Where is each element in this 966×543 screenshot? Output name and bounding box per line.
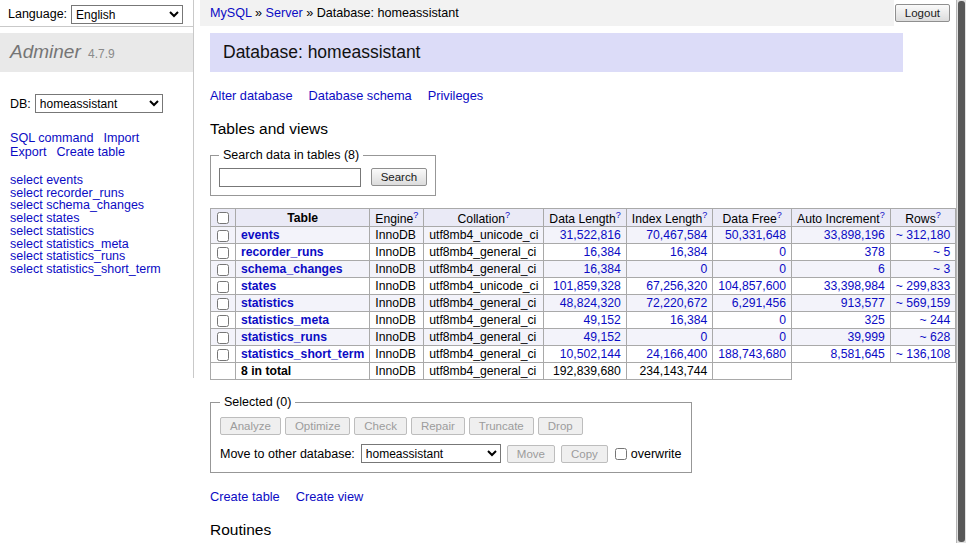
search-button[interactable]: Search (371, 168, 427, 186)
drop-button[interactable]: Drop (538, 417, 583, 435)
index-length-cell-link[interactable]: 67,256,320 (646, 279, 707, 293)
rows-cell-link[interactable]: ~ 136,108 (896, 347, 951, 361)
optimize-button[interactable]: Optimize (285, 417, 350, 435)
sidebar-link-create-table[interactable]: Create table (56, 145, 125, 159)
move-db-select[interactable]: homeassistant (361, 444, 501, 463)
table-link-recorder-runs[interactable]: recorder_runs (241, 245, 324, 259)
index-length-cell-link[interactable]: 0 (701, 330, 708, 344)
rows-cell-link[interactable]: ~ 628 (919, 330, 950, 344)
auto-increment-cell-link[interactable]: 33,898,196 (824, 228, 885, 242)
auto-increment-cell-link[interactable]: 378 (864, 245, 884, 259)
sidebar-link-sql-command[interactable]: SQL command (10, 131, 94, 145)
data-free-cell-link[interactable]: 50,331,648 (725, 228, 786, 242)
index-length-cell-link[interactable]: 72,220,672 (646, 296, 707, 310)
logout-button[interactable]: Logout (895, 4, 950, 22)
table-link-statistics-short-term[interactable]: statistics_short_term (241, 347, 364, 361)
index-length-cell-link[interactable]: 16,384 (670, 313, 707, 327)
rows-cell-link[interactable]: ~ 312,180 (896, 228, 951, 242)
index-length-cell-link[interactable]: 70,467,584 (646, 228, 707, 242)
column-help-link[interactable]: ? (413, 210, 418, 220)
row-checkbox[interactable] (217, 264, 229, 276)
auto-increment-cell-link[interactable]: 8,581,645 (831, 347, 885, 361)
row-checkbox[interactable] (217, 230, 229, 242)
overwrite-checkbox[interactable] (615, 448, 627, 460)
table-link-events[interactable]: events (241, 228, 280, 242)
data-length-cell-link[interactable]: 49,152 (584, 330, 621, 344)
db-select[interactable]: homeassistant (35, 94, 163, 113)
row-checkbox[interactable] (217, 315, 229, 327)
row-checkbox[interactable] (217, 332, 229, 344)
repair-button[interactable]: Repair (411, 417, 465, 435)
column-help-link[interactable]: ? (936, 210, 941, 220)
action-link-alter-database[interactable]: Alter database (210, 88, 293, 103)
data-length-cell-link[interactable]: 16,384 (584, 262, 621, 276)
scrollbar-thumb[interactable] (958, 1, 965, 542)
row-checkbox[interactable] (217, 281, 229, 293)
data-length-cell-link[interactable]: 10,502,144 (560, 347, 621, 361)
column-help-link[interactable]: ? (505, 210, 510, 220)
auto-increment-cell-link[interactable]: 325 (864, 313, 884, 327)
table-link-statistics-runs[interactable]: statistics_runs (241, 330, 327, 344)
data-free-cell-link[interactable]: 0 (779, 313, 786, 327)
data-free-cell-link[interactable]: 6,291,456 (732, 296, 786, 310)
bottom-link-create-view[interactable]: Create view (296, 489, 364, 504)
copy-button[interactable]: Copy (561, 445, 608, 463)
move-button[interactable]: Move (507, 445, 555, 463)
search-input[interactable] (219, 168, 361, 187)
index-length-cell-link[interactable]: 24,166,400 (646, 347, 707, 361)
data-length-cell-link[interactable]: 101,859,328 (553, 279, 621, 293)
rows-cell-link[interactable]: ~ 5 (933, 245, 950, 259)
check-button[interactable]: Check (354, 417, 407, 435)
column-help-link[interactable]: ? (702, 210, 707, 220)
data-length-cell-link[interactable]: 16,384 (584, 245, 621, 259)
collation-cell: utf8mb4_general_ci (424, 261, 544, 278)
auto-increment-cell-link[interactable]: 33,398,984 (824, 279, 885, 293)
rows-cell-link[interactable]: ~ 3 (933, 262, 950, 276)
select-all-checkbox[interactable] (217, 212, 229, 224)
db-selector-row: DB:homeassistant (0, 72, 193, 113)
data-free-cell-link[interactable]: 0 (779, 330, 786, 344)
auto-increment-cell-link[interactable]: 6 (878, 262, 885, 276)
bottom-link-create-table[interactable]: Create table (210, 489, 280, 504)
table-link-schema-changes[interactable]: schema_changes (241, 262, 343, 276)
auto-increment-cell-link[interactable]: 913,577 (841, 296, 885, 310)
breadcrumb-link-mysql[interactable]: MySQL (210, 6, 252, 20)
column-help-link[interactable]: ? (777, 210, 782, 220)
data-length-cell-link[interactable]: 48,824,320 (560, 296, 621, 310)
data-length-cell-link[interactable]: 31,522,816 (560, 228, 621, 242)
data-free-cell-link[interactable]: 104,857,600 (718, 279, 786, 293)
rows-cell-link[interactable]: ~ 299,833 (896, 279, 951, 293)
sidebar-select-statistics-short-term[interactable]: select statistics_short_term (10, 262, 161, 276)
index-length-cell-link[interactable]: 16,384 (670, 245, 707, 259)
truncate-button[interactable]: Truncate (469, 417, 534, 435)
analyze-button[interactable]: Analyze (220, 417, 281, 435)
row-checkbox[interactable] (217, 349, 229, 361)
rows-cell-link[interactable]: ~ 244 (919, 313, 950, 327)
row-checkbox[interactable] (217, 247, 229, 259)
column-help-link[interactable]: ? (880, 210, 885, 220)
engine-cell: InnoDB (370, 346, 424, 363)
sidebar-links: SQL commandImportExportCreate table (0, 113, 193, 159)
sidebar-link-import[interactable]: Import (104, 131, 140, 145)
breadcrumb-link-server[interactable]: Server (266, 6, 303, 20)
tables-heading: Tables and views (210, 120, 903, 138)
column-help-link[interactable]: ? (616, 210, 621, 220)
action-link-database-schema[interactable]: Database schema (309, 88, 412, 103)
language-select[interactable]: English (71, 5, 183, 24)
table-link-states[interactable]: states (241, 279, 276, 293)
scrollbar[interactable] (956, 0, 966, 543)
action-link-privileges[interactable]: Privileges (428, 88, 483, 103)
row-checkbox[interactable] (217, 298, 229, 310)
table-link-statistics[interactable]: statistics (241, 296, 294, 310)
data-free-cell-link[interactable]: 0 (779, 245, 786, 259)
auto-increment-cell-link[interactable]: 39,999 (847, 330, 884, 344)
index-length-cell-link[interactable]: 0 (701, 262, 708, 276)
sidebar-link-export[interactable]: Export (10, 145, 46, 159)
rows-cell-link[interactable]: ~ 569,159 (896, 296, 951, 310)
data-free-cell-link[interactable]: 188,743,680 (718, 347, 786, 361)
total-index-length-cell: 234,143,744 (626, 363, 713, 380)
data-length-cell-link[interactable]: 49,152 (584, 313, 621, 327)
bottom-links: Create tableCreate view (210, 489, 903, 504)
data-free-cell-link[interactable]: 0 (779, 262, 786, 276)
table-link-statistics-meta[interactable]: statistics_meta (241, 313, 329, 327)
